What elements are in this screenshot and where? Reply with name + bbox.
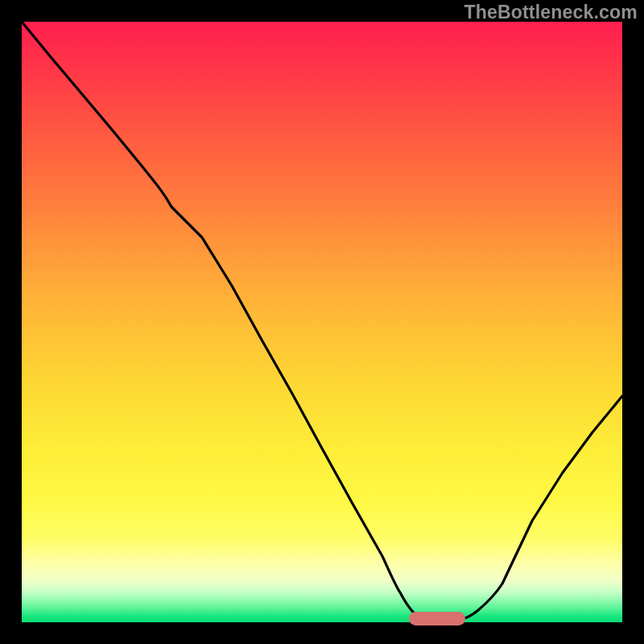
optimal-range-marker: [409, 612, 465, 625]
bottleneck-curve: [22, 22, 622, 620]
watermark-text: TheBottleneck.com: [464, 2, 638, 23]
curve-svg: [22, 22, 622, 622]
chart-frame: TheBottleneck.com: [0, 0, 644, 644]
plot-area: [22, 22, 622, 622]
